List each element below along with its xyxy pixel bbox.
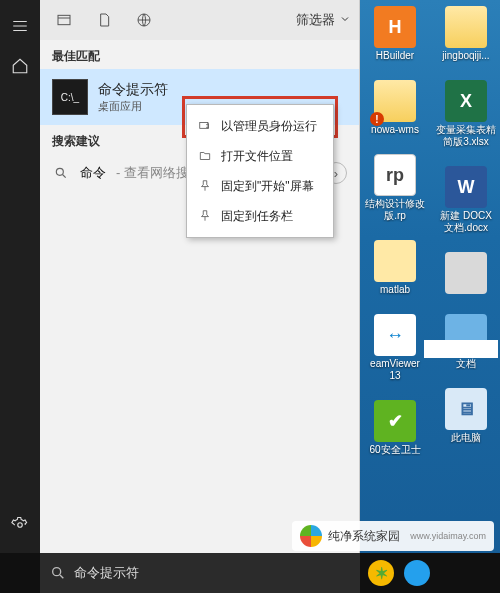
file-icon [445,252,487,294]
desktop-icon[interactable] [436,252,496,296]
redaction-bar [424,340,498,358]
watermark-logo-icon [300,525,322,547]
folder-icon [374,80,416,122]
chevron-down-icon [339,13,351,28]
taskbar-app-icon[interactable] [404,560,430,586]
desktop-icon[interactable]: nowa-wms [365,80,425,136]
desktop-icon-label: 变量采集表精简版3.xlsx [436,124,496,148]
best-match-subtitle: 桌面应用 [98,99,168,114]
desktop-icon[interactable]: W新建 DOCX 文档.docx [436,166,496,234]
gear-icon[interactable] [0,505,40,545]
desktop-icon[interactable]: X变量采集表精简版3.xlsx [436,80,496,148]
open-location-icon [197,148,213,164]
desktop-icon-label: HBuilder [365,50,425,62]
pin-taskbar-icon [197,208,213,224]
menu-item-label: 打开文件位置 [221,148,293,165]
folder-icon [445,6,487,48]
watermark-url: www.yidaimay.com [410,531,486,541]
desktop-icon-label: nowa-wms [365,124,425,136]
desktop-icon-label: 结构设计修改版.rp [365,198,425,222]
cmd-icon: C:\_ [52,79,88,115]
start-rail [0,0,40,553]
apps-tab-icon[interactable] [48,4,80,36]
desktop-icon-label: 新建 DOCX 文档.docx [436,210,496,234]
svg-point-0 [18,523,23,528]
desktop-icon[interactable]: ↔eamViewer 13 [365,314,425,382]
folder-icon [374,240,416,282]
desktop-icon-label: eamViewer 13 [365,358,425,382]
pin-start-icon [197,178,213,194]
watermark-title: 纯净系统家园 [328,528,400,545]
search-input[interactable] [74,566,350,581]
search-icon [50,565,66,581]
svg-point-3 [56,168,63,175]
app-icon: H [374,6,416,48]
desktop-icon-column: jingboqiji... X变量采集表精简版3.xlsx W新建 DOCX 文… [436,6,496,444]
section-best-match: 最佳匹配 [40,40,359,69]
web-tab-icon[interactable] [128,4,160,36]
svg-point-5 [53,568,61,576]
taskbar-search[interactable] [40,553,360,593]
taskbar: ✶ [0,553,500,593]
menu-item-label: 固定到"开始"屏幕 [221,178,314,195]
taskbar-pinned: ✶ [360,560,438,586]
menu-item-label: 固定到任务栏 [221,208,293,225]
desktop-icon-column: HHBuilder nowa-wms rp结构设计修改版.rp matlab ↔… [365,6,425,456]
desktop-icon[interactable]: jingboqiji... [436,6,496,62]
desktop-icon-label: matlab [365,284,425,296]
file-icon: rp [374,154,416,196]
start-search-panel: 筛选器 最佳匹配 C:\_ 命令提示符 桌面应用 搜索建议 命令 - 查看网络搜… [40,0,360,553]
start-button[interactable] [0,553,40,593]
documents-tab-icon[interactable] [88,4,120,36]
menu-pin-taskbar[interactable]: 固定到任务栏 [187,201,333,231]
desktop-icon-label: 60安全卫士 [365,444,425,456]
suggestion-term: 命令 [80,164,106,182]
menu-run-as-admin[interactable]: 以管理员身份运行 [187,111,333,141]
desktop-background: HHBuilder nowa-wms rp结构设计修改版.rp matlab ↔… [0,0,500,593]
panel-toolbar: 筛选器 [40,0,359,40]
svg-rect-1 [58,15,70,24]
desktop-icon[interactable]: matlab [365,240,425,296]
filter-label: 筛选器 [296,11,335,29]
app-icon: ✔ [374,400,416,442]
desktop-icon-label: jingboqiji... [436,50,496,62]
search-icon [52,166,70,180]
app-icon: ↔ [374,314,416,356]
computer-icon: 🖥 [445,388,487,430]
filter-dropdown[interactable]: 筛选器 [296,11,351,29]
admin-run-icon [197,118,213,134]
menu-pin-start[interactable]: 固定到"开始"屏幕 [187,171,333,201]
file-icon: X [445,80,487,122]
desktop-icon-label: 文档 [436,358,496,370]
desktop-icon[interactable]: ✔60安全卫士 [365,400,425,456]
desktop-icon[interactable]: HHBuilder [365,6,425,62]
menu-item-label: 以管理员身份运行 [221,118,317,135]
context-menu: 以管理员身份运行 打开文件位置 固定到"开始"屏幕 固定到任务栏 [186,104,334,238]
home-icon[interactable] [0,46,40,86]
menu-open-location[interactable]: 打开文件位置 [187,141,333,171]
watermark: 纯净系统家园 www.yidaimay.com [292,521,494,551]
desktop-icon[interactable]: 🖥此电脑 [436,388,496,444]
taskbar-app-icon[interactable]: ✶ [368,560,394,586]
file-icon: W [445,166,487,208]
best-match-title: 命令提示符 [98,81,168,99]
desktop-icon[interactable]: rp结构设计修改版.rp [365,154,425,222]
desktop-icon-label: 此电脑 [436,432,496,444]
hamburger-icon[interactable] [0,6,40,46]
